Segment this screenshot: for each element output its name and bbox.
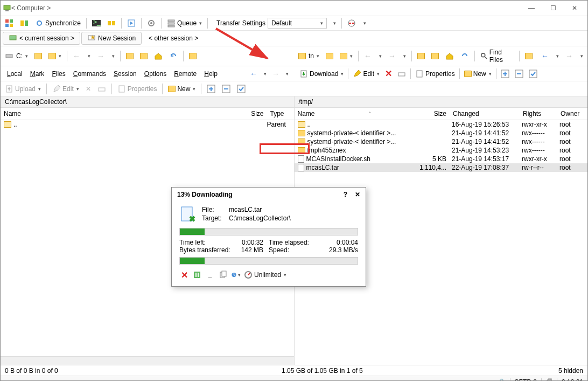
maximize-button[interactable]: ☐ (542, 1, 564, 15)
sync-dirs-icon[interactable] (105, 18, 118, 29)
close-button[interactable]: ✕ (564, 1, 585, 15)
local-properties-button[interactable]: Properties (115, 84, 159, 94)
remote-parent-dir-icon[interactable] (415, 52, 427, 60)
tab-current-session[interactable]: < current session > (3, 32, 80, 45)
col-size[interactable]: Size (240, 110, 267, 117)
remote-nav-forward-icon[interactable]: → (386, 51, 398, 61)
bookmark-icon[interactable] (187, 52, 199, 60)
disconnect-menu[interactable] (360, 19, 368, 27)
tab-other-session[interactable]: < other session > (143, 32, 204, 44)
find-files-button[interactable]: Find Files (478, 47, 516, 65)
menu-commands[interactable]: Commands (70, 68, 109, 79)
remote-home-icon[interactable] (443, 51, 456, 61)
sync-compare-icon[interactable] (3, 18, 16, 29)
col-type[interactable]: Type (267, 110, 294, 117)
remote-open-folder-icon[interactable] (324, 52, 335, 60)
refresh-icon[interactable] (167, 51, 180, 61)
parent-dir-icon[interactable] (124, 52, 136, 60)
remote-nav-back-menu[interactable] (376, 52, 384, 60)
disconnect-icon[interactable] (345, 18, 358, 29)
open-folder-icon[interactable] (32, 52, 44, 60)
minimize-button[interactable]: — (521, 1, 542, 15)
remote-properties-button[interactable]: Properties (413, 68, 457, 79)
remote-root-dir-icon[interactable] (429, 52, 441, 60)
gear-icon[interactable] (145, 18, 158, 29)
local-scrollbar[interactable] (1, 356, 294, 365)
local-edit-button[interactable]: Edit (50, 84, 81, 94)
minimize-icon[interactable]: _ (205, 270, 215, 280)
local-check-icon[interactable] (235, 84, 248, 94)
background-icon[interactable] (192, 270, 202, 280)
root-dir-icon[interactable] (138, 52, 150, 60)
remote-delete-icon[interactable]: ✕ (383, 67, 394, 80)
remote-new-button[interactable]: New (462, 69, 494, 79)
remote-drive-select[interactable]: tn (296, 51, 321, 61)
list-item[interactable]: ..16-Aug-19 15:26:53rwxr-xr-xroot (295, 120, 588, 129)
list-item[interactable]: MCASInstallDocker.sh5 KB21-Aug-19 14:53:… (295, 155, 588, 163)
menu-help[interactable]: Help (201, 68, 221, 79)
col-name[interactable]: Name (1, 110, 240, 117)
minus-icon[interactable] (513, 68, 526, 79)
menu-session[interactable]: Session (110, 68, 140, 79)
list-item[interactable]: mcasLC.tar1,110,4...22-Aug-19 17:08:37rw… (295, 163, 588, 172)
nav-forward-menu[interactable] (109, 52, 117, 60)
local-minus-icon[interactable] (220, 84, 233, 94)
remote-rename-icon[interactable] (395, 68, 408, 79)
transfer-settings-select[interactable]: Default▾ (268, 18, 327, 29)
list-item[interactable]: systemd-private-< identifier >...21-Aug-… (295, 137, 588, 146)
menu-local[interactable]: Local (4, 68, 26, 79)
remote-nav-back2-icon[interactable]: ← (539, 51, 551, 61)
remote-edit-button[interactable]: Edit (351, 68, 382, 79)
dialog-help-icon[interactable]: ? (344, 191, 347, 198)
remote-nav-fwd2-menu[interactable] (577, 52, 585, 60)
remote-nav-back-icon[interactable]: ← (362, 51, 374, 61)
col-name-r[interactable]: Name⌃ (295, 110, 418, 117)
folder-history-icon[interactable] (46, 52, 64, 60)
left-nav-back-menu[interactable] (261, 70, 269, 78)
local-new-button[interactable]: New (166, 84, 198, 94)
col-owner[interactable]: Owner (557, 110, 587, 117)
footer-icon1[interactable]: 🗐 (541, 378, 552, 382)
nav-back-menu[interactable] (85, 52, 93, 60)
nav-forward-icon[interactable]: → (95, 51, 107, 61)
transfer-resume-icon[interactable] (125, 18, 138, 29)
remote-nav-fwd2-icon[interactable]: → (563, 51, 575, 61)
remote-nav-back2-menu[interactable] (553, 52, 561, 60)
col-size-r[interactable]: Size (417, 110, 450, 117)
queue-button[interactable]: Queue (165, 18, 204, 29)
local-plus-icon[interactable] (205, 84, 218, 94)
cancel-icon[interactable]: ✕ (179, 270, 189, 280)
remote-refresh-icon[interactable] (458, 51, 471, 61)
dialog-close-icon[interactable]: ✕ (355, 191, 360, 198)
left-nav-fwd-menu[interactable] (283, 70, 291, 78)
menu-options[interactable]: Options (141, 68, 170, 79)
console-icon[interactable]: >_ (90, 18, 103, 29)
tab-new-session[interactable]: ★ New Session (81, 32, 142, 45)
menu-mark[interactable]: Mark (27, 68, 48, 79)
remote-bookmark-icon[interactable] (523, 52, 535, 60)
local-drive-select[interactable]: C: (3, 51, 30, 61)
left-nav-fwd-icon[interactable]: → (270, 68, 282, 79)
local-rename-icon[interactable] (95, 84, 108, 94)
remote-folder-history-icon[interactable] (338, 52, 355, 60)
stats-icon[interactable] (231, 270, 241, 280)
check-icon[interactable] (527, 68, 540, 79)
col-rights[interactable]: Rights (520, 110, 557, 117)
sync-equal-icon[interactable] (18, 18, 31, 29)
plus-icon[interactable] (499, 68, 512, 79)
left-nav-back-icon[interactable]: ← (248, 68, 260, 79)
transfer-settings-menu[interactable] (330, 19, 338, 27)
col-changed[interactable]: Changed (450, 110, 520, 117)
home-icon[interactable] (152, 51, 165, 61)
remote-nav-forward-menu[interactable] (400, 52, 408, 60)
list-item[interactable]: systemd-private-< identifier >...21-Aug-… (295, 129, 588, 137)
local-delete-icon[interactable]: ✕ (83, 84, 93, 94)
speed-limit-button[interactable]: Unlimited (244, 270, 286, 280)
upload-button[interactable]: Upload (3, 84, 43, 94)
nav-back-icon[interactable]: ← (71, 51, 82, 61)
download-button[interactable]: Download (297, 68, 346, 79)
list-item[interactable]: tmph455znex21-Aug-19 14:53:23rwx------ro… (295, 146, 588, 155)
menu-files[interactable]: Files (48, 68, 68, 79)
synchronize-button[interactable]: Synchronize (33, 18, 83, 29)
copy-icon[interactable] (218, 270, 228, 280)
